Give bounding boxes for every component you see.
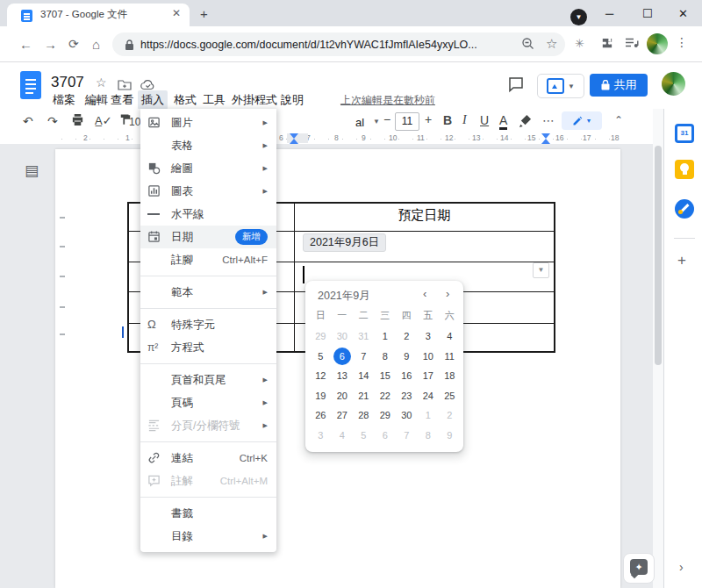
font-size-decrease[interactable]: − [383,112,390,126]
extensions-puzzle-icon[interactable] [600,37,613,54]
calendar-day[interactable]: 13 [332,366,354,386]
more-tools-icon[interactable]: ⋯ [542,113,555,127]
calendar-day[interactable]: 27 [332,405,354,426]
calendar-day[interactable]: 22 [375,386,397,406]
font-select[interactable]: al [355,116,364,129]
highlight-pen-icon[interactable] [519,114,532,131]
explore-button[interactable]: ✦ [623,553,655,584]
menubar-item-6[interactable]: 工具 [199,90,229,110]
doc-title[interactable]: 3707 [51,74,84,91]
docs-profile-avatar[interactable] [662,72,685,96]
calendar-day[interactable]: 23 [396,386,418,406]
calendar-day[interactable]: 20 [332,386,354,406]
calendar-prev-icon[interactable]: ‹ [423,287,426,300]
new-tab-icon[interactable]: + [200,6,208,21]
calendar-day[interactable]: 31 [353,326,375,347]
date-smart-chip[interactable]: 2021年9月6日 [303,233,386,252]
menubar-item-8[interactable]: 說明 [277,90,307,110]
calendar-day[interactable]: 1 [418,405,440,426]
bold-button[interactable]: B [443,113,452,127]
cast-icon[interactable]: ✳ [575,37,584,50]
menu-item-special-characters[interactable]: Ω特殊字元 [140,313,276,336]
calendar-day[interactable]: 8 [375,347,397,367]
menu-item-template[interactable]: 範本▶ [140,281,276,304]
calendar-day[interactable]: 18 [439,366,461,386]
window-minimize-icon[interactable]: ─ [605,7,613,20]
calendar-day[interactable]: 9 [439,426,461,446]
bookmark-star-icon[interactable]: ☆ [546,36,557,52]
calendar-day[interactable]: 12 [310,366,332,386]
menubar-item-5[interactable]: 格式 [170,90,200,110]
zoom-select[interactable]: 100% [129,116,140,128]
tab-close-icon[interactable]: ✕ [172,7,181,19]
calendar-day[interactable]: 8 [418,426,440,446]
google-keep-icon[interactable] [675,160,694,179]
forward-icon[interactable]: → [44,37,57,52]
menu-item-horizontal-line[interactable]: 水平線 [140,203,276,226]
print-icon[interactable] [71,113,84,129]
calendar-day[interactable]: 3 [310,426,332,446]
table-header-cell[interactable]: 預定日期 [294,207,555,224]
spell-check-icon[interactable]: A̲✓ [95,114,112,127]
undo-icon[interactable]: ↶ [23,114,33,128]
menu-item-drawing[interactable]: 繪圖▶ [140,157,276,180]
calendar-day[interactable]: 28 [353,405,375,426]
calendar-day[interactable]: 26 [310,405,332,426]
menu-item-header-footer[interactable]: 頁首和頁尾▶ [140,369,276,391]
menubar-item-4[interactable]: 插入 [138,90,168,110]
menubar-item-7[interactable]: 外掛程式 [228,90,281,110]
calendar-day-selected[interactable]: 6 [332,347,354,367]
cell-dropdown-icon[interactable]: ▼ [533,262,549,278]
menu-item-chart[interactable]: 圖表▶ [140,180,276,203]
menu-item-footnote[interactable]: 註腳Ctrl+Alt+F [140,248,276,271]
collapse-toolbar-icon[interactable]: ⌃ [614,114,623,126]
back-icon[interactable]: ← [19,37,32,52]
text-color-button[interactable]: A [499,113,507,130]
document-outline-icon[interactable]: ▤ [25,161,39,180]
reading-list-icon[interactable] [625,37,639,53]
calendar-day[interactable]: 3 [418,326,440,347]
calendar-day[interactable]: 29 [310,326,332,347]
calendar-day[interactable]: 11 [439,347,461,367]
collapse-panel-icon[interactable]: › [679,560,684,574]
calendar-day[interactable]: 17 [418,366,440,386]
browser-menu-icon[interactable]: ⋮ [676,35,688,49]
calendar-day[interactable]: 29 [375,405,397,426]
calendar-day[interactable]: 10 [418,347,440,367]
font-size-increase[interactable]: + [425,112,432,126]
browser-profile-avatar[interactable] [647,33,668,54]
star-doc-icon[interactable]: ☆ [96,75,107,90]
editing-mode-button[interactable]: ▼ [562,111,602,130]
calendar-day[interactable]: 15 [375,366,397,386]
menu-item-page-number[interactable]: 頁碼▶ [140,391,276,414]
menu-item-table-of-contents[interactable]: 目錄▶ [140,525,276,548]
present-button[interactable]: ▼ [537,74,584,98]
calendar-day[interactable]: 30 [396,405,418,426]
add-addon-icon[interactable]: + [677,252,686,269]
home-icon[interactable]: ⌂ [92,37,100,52]
window-maximize-icon[interactable]: ☐ [642,7,653,20]
menu-item-equation[interactable]: π²方程式 [140,336,276,359]
zoom-out-icon[interactable] [521,37,534,54]
calendar-day[interactable]: 1 [375,326,397,347]
calendar-day[interactable]: 9 [396,347,418,367]
menubar-item-1[interactable]: 檔案 [49,90,79,110]
font-dropdown-icon[interactable]: ▼ [373,118,380,125]
calendar-day[interactable]: 21 [353,386,375,406]
calendar-day[interactable]: 2 [396,326,418,347]
google-calendar-icon[interactable]: 31 [675,124,694,143]
calendar-day[interactable]: 24 [418,386,440,406]
calendar-day[interactable]: 7 [353,347,375,367]
calendar-day[interactable]: 19 [310,386,332,406]
redo-icon[interactable]: ↷ [47,114,58,128]
share-button[interactable]: 共用 [590,74,648,97]
calendar-day[interactable]: 2 [439,405,461,426]
docs-logo[interactable] [20,71,41,99]
underline-button[interactable]: U [480,113,489,127]
calendar-day[interactable]: 5 [353,426,375,446]
calendar-day[interactable]: 7 [396,426,418,446]
menu-item-date[interactable]: 日期新增 [140,226,276,248]
calendar-day[interactable]: 16 [396,366,418,386]
menu-item-bookmark[interactable]: 書籤 [140,502,276,525]
calendar-day[interactable]: 4 [439,326,461,347]
